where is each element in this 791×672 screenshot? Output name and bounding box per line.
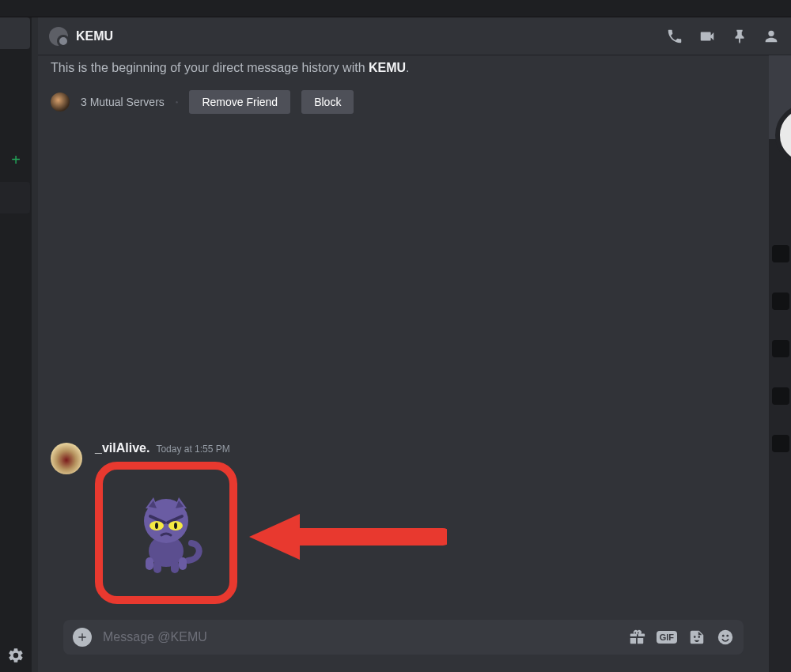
gif-picker-button[interactable]: GIF — [657, 631, 677, 644]
user-profile-panel — [769, 55, 791, 672]
emoji-picker-button[interactable] — [717, 629, 734, 646]
profile-section-block — [772, 245, 789, 262]
dm-start-banner: This is the beginning of your direct mes… — [51, 60, 756, 76]
svg-point-13 — [722, 635, 725, 637]
svg-rect-2 — [171, 561, 179, 573]
chat-header: KEMU — [38, 17, 791, 55]
svg-point-12 — [718, 630, 732, 644]
message-author-avatar[interactable] — [51, 443, 82, 474]
annotation-highlight-box — [95, 462, 237, 604]
message-timestamp: Today at 1:55 PM — [156, 444, 229, 455]
profile-section-block — [772, 435, 789, 452]
profile-section-block — [772, 387, 789, 405]
show-user-profile-button[interactable] — [763, 28, 780, 45]
gift-button[interactable] — [628, 629, 645, 646]
start-voice-call-button[interactable] — [666, 28, 683, 45]
channel-list-sliver — [32, 17, 38, 672]
dm-start-prefix: This is the beginning of your direct mes… — [51, 61, 369, 74]
svg-rect-3 — [146, 557, 153, 570]
svg-point-8 — [155, 523, 158, 529]
start-video-call-button[interactable] — [698, 28, 717, 45]
server-discover-pill[interactable] — [0, 182, 30, 213]
dm-recipient-name[interactable]: KEMU — [76, 29, 113, 43]
sticker-angry-cat-icon[interactable] — [127, 489, 206, 576]
annotation-arrow-icon — [249, 509, 447, 564]
svg-rect-1 — [153, 561, 161, 573]
pinned-messages-button[interactable] — [731, 28, 748, 45]
user-settings-button[interactable] — [7, 647, 25, 664]
window-titlebar — [0, 0, 791, 17]
svg-rect-4 — [179, 557, 187, 570]
add-server-button[interactable]: + — [8, 152, 24, 168]
dm-start-name: KEMU — [369, 61, 406, 74]
block-button[interactable]: Block — [301, 90, 354, 114]
message-input[interactable] — [103, 630, 617, 644]
svg-marker-11 — [249, 514, 300, 560]
mutual-server-avatar — [51, 92, 70, 111]
dm-start-suffix: . — [406, 61, 409, 74]
attach-file-button[interactable] — [73, 628, 92, 647]
mutual-servers-link[interactable]: 3 Mutual Servers — [81, 96, 165, 108]
dm-recipient-avatar[interactable] — [49, 27, 68, 46]
profile-section-block — [772, 340, 789, 357]
sticker-picker-button[interactable] — [688, 629, 706, 646]
server-list: + — [0, 17, 32, 672]
separator-dot: ● — [176, 100, 179, 104]
message-list[interactable]: This is the beginning of your direct mes… — [38, 55, 769, 672]
message-composer: GIF — [63, 620, 744, 655]
svg-point-9 — [174, 523, 177, 529]
message-author-name[interactable]: _vilAlive. — [95, 441, 149, 455]
svg-point-14 — [726, 635, 729, 637]
profile-section-block — [772, 293, 789, 310]
server-dm-pill[interactable] — [0, 17, 30, 49]
message-item: _vilAlive. Today at 1:55 PM — [51, 438, 756, 620]
remove-friend-button[interactable]: Remove Friend — [189, 90, 290, 114]
